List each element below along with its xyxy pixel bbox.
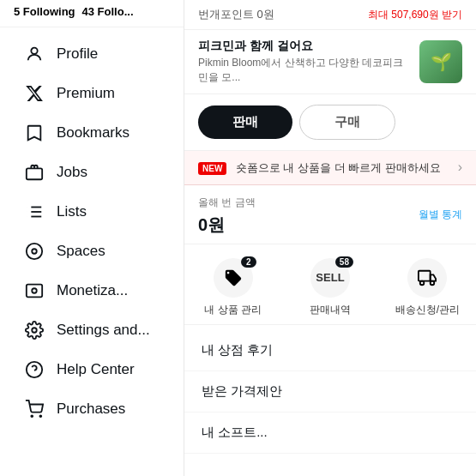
menu-item-review[interactable]: 내 상점 후기 bbox=[184, 330, 476, 371]
svg-point-9 bbox=[32, 249, 37, 254]
sidebar-item-label: Help Center bbox=[57, 361, 135, 378]
new-banner-message: 숏폼으로 내 상품을 더 빠르게 판매하세요 bbox=[236, 161, 441, 174]
sell-icon: SELL 58 bbox=[310, 258, 350, 298]
sidebar-item-monetization[interactable]: Monetiza... bbox=[7, 271, 177, 310]
svg-rect-10 bbox=[27, 285, 42, 298]
max-points-link[interactable]: 최대 507,690원 받기 bbox=[368, 8, 462, 22]
annual-info: 올해 번 금액 0원 bbox=[198, 196, 256, 237]
sidebar-item-label: Settings and... bbox=[57, 322, 150, 339]
sidebar-item-spaces[interactable]: Spaces bbox=[7, 232, 177, 271]
new-tag: NEW bbox=[198, 162, 226, 175]
briefcase-icon bbox=[24, 162, 45, 183]
sell-tab[interactable]: 판매 bbox=[198, 105, 292, 139]
following-stat[interactable]: 5 Following bbox=[14, 5, 75, 18]
sidebar-item-label: Monetiza... bbox=[57, 282, 128, 299]
new-banner-content: NEW 숏폼으로 내 상품을 더 빠르게 판매하세요 bbox=[198, 160, 441, 176]
banner-card[interactable]: 피크민과 함께 걸어요 Pikmin Bloom에서 산책하고 다양한 데코피크… bbox=[184, 30, 476, 94]
sidebar-item-lists[interactable]: Lists bbox=[7, 192, 177, 232]
points-row: 번개포인트 0원 최대 507,690원 받기 bbox=[184, 0, 476, 30]
sales-history-label: 판매내역 bbox=[310, 303, 351, 317]
sidebar-item-premium[interactable]: Premium bbox=[7, 74, 177, 113]
sidebar-item-label: Premium bbox=[57, 85, 115, 102]
list-icon bbox=[24, 202, 45, 222]
svg-point-12 bbox=[32, 328, 37, 333]
truck-icon bbox=[407, 258, 447, 298]
svg-point-11 bbox=[32, 288, 37, 293]
right-panel: 번개포인트 0원 최대 507,690원 받기 피크민과 함께 걸어요 Pikm… bbox=[184, 0, 476, 476]
annual-label: 올해 번 금액 bbox=[198, 196, 256, 210]
monetize-icon bbox=[24, 280, 45, 301]
sidebar-item-profile[interactable]: Profile bbox=[7, 34, 177, 74]
spaces-icon bbox=[24, 241, 45, 262]
svg-rect-17 bbox=[419, 270, 431, 280]
svg-point-16 bbox=[39, 415, 41, 417]
sidebar-item-label: Jobs bbox=[57, 164, 87, 181]
buy-tab[interactable]: 구매 bbox=[299, 105, 395, 140]
my-products-label: 내 상품 관리 bbox=[204, 303, 262, 317]
sales-badge: 58 bbox=[335, 256, 353, 268]
cart-icon bbox=[24, 399, 45, 419]
bookmark-icon bbox=[24, 123, 45, 143]
sidebar-item-label: Spaces bbox=[57, 243, 105, 260]
gear-icon bbox=[24, 320, 45, 340]
menu-item-price-offer[interactable]: 받은 가격제안 bbox=[184, 371, 476, 413]
sidebar-item-purchases[interactable]: Purchases bbox=[7, 389, 177, 429]
svg-point-0 bbox=[31, 48, 37, 54]
sidebar: 5 Following 43 Follo... Profile Premium bbox=[0, 0, 184, 476]
points-label: 번개포인트 0원 bbox=[198, 7, 274, 22]
banner-text: 피크민과 함께 걸어요 Pikmin Bloom에서 산책하고 다양한 데코피크… bbox=[198, 39, 411, 85]
sidebar-item-settings[interactable]: Settings and... bbox=[7, 310, 177, 350]
followers-stat[interactable]: 43 Follo... bbox=[82, 5, 134, 18]
my-products-badge: 2 bbox=[241, 256, 256, 268]
chevron-right-icon: › bbox=[458, 160, 462, 175]
sidebar-item-jobs[interactable]: Jobs bbox=[7, 153, 177, 192]
icon-grid: 2 내 상품 관리 SELL 58 판매내역 배송신청/관리 bbox=[184, 244, 476, 325]
sidebar-item-label: Purchases bbox=[57, 401, 125, 418]
sidebar-item-label: Lists bbox=[57, 203, 87, 220]
svg-point-19 bbox=[431, 280, 435, 285]
person-icon bbox=[24, 44, 45, 64]
menu-item-soft[interactable]: 내 소프트... bbox=[184, 413, 476, 454]
sidebar-item-label: Profile bbox=[57, 45, 98, 63]
menu-list: 내 상점 후기 받은 가격제안 내 소프트... bbox=[184, 325, 476, 459]
annual-box: 올해 번 금액 0원 월별 통계 bbox=[184, 185, 476, 244]
svg-point-8 bbox=[27, 244, 42, 259]
sales-history-item[interactable]: SELL 58 판매내역 bbox=[281, 258, 378, 317]
banner-image: 🌱 bbox=[419, 40, 462, 83]
shipping-item[interactable]: 배송신청/관리 bbox=[379, 258, 476, 317]
tag-icon: 2 bbox=[214, 258, 253, 298]
banner-title: 피크민과 함께 걸어요 bbox=[198, 39, 411, 54]
tab-row: 판매 구매 bbox=[184, 94, 476, 151]
sidebar-stats: 5 Following 43 Follo... bbox=[0, 0, 184, 27]
svg-point-15 bbox=[31, 415, 33, 417]
shipping-label: 배송신청/관리 bbox=[395, 303, 460, 317]
annual-amount: 0원 bbox=[198, 214, 256, 237]
new-banner[interactable]: NEW 숏폼으로 내 상품을 더 빠르게 판매하세요 › bbox=[184, 151, 476, 185]
help-icon bbox=[24, 359, 45, 380]
x-icon bbox=[24, 83, 45, 104]
my-products-item[interactable]: 2 내 상품 관리 bbox=[184, 258, 281, 317]
sidebar-item-label: Bookmarks bbox=[57, 124, 130, 142]
sidebar-navigation: Profile Premium Bookmarks bbox=[0, 27, 184, 476]
sidebar-item-help[interactable]: Help Center bbox=[7, 350, 177, 389]
svg-point-18 bbox=[420, 280, 425, 285]
svg-rect-1 bbox=[27, 168, 42, 179]
monthly-stats-button[interactable]: 월별 통계 bbox=[419, 208, 462, 222]
banner-description: Pikmin Bloom에서 산책하고 다양한 데코피크민을 모... bbox=[198, 56, 411, 85]
sidebar-item-bookmarks[interactable]: Bookmarks bbox=[7, 113, 177, 153]
